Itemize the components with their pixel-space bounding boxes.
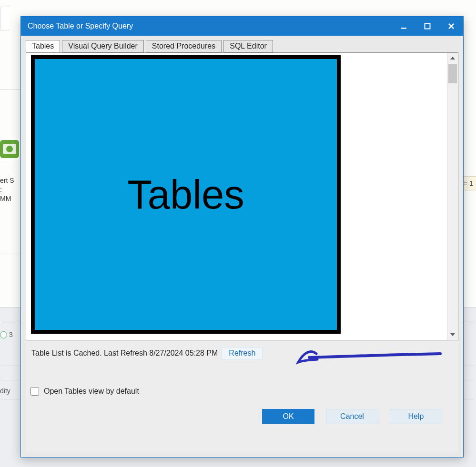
tab-panel: Tables Table List is Cached. Last Refres… bbox=[26, 52, 458, 452]
bg-status-count: 3 bbox=[0, 331, 13, 338]
scroll-up-button[interactable] bbox=[447, 53, 458, 63]
tab-tables[interactable]: Tables bbox=[26, 40, 60, 52]
scroll-down-button[interactable] bbox=[447, 329, 458, 340]
maximize-button[interactable] bbox=[415, 17, 439, 36]
cache-status-row: Table List is Cached. Last Refresh 8/27/… bbox=[26, 340, 458, 364]
bg-divider-2 bbox=[0, 255, 22, 255]
cache-status-text: Table List is Cached. Last Refresh 8/27/… bbox=[31, 349, 218, 358]
list-scrollbar[interactable] bbox=[447, 53, 458, 340]
bg-side-text-2: : bbox=[0, 185, 21, 194]
bg-status-count-label: 3 bbox=[9, 331, 13, 338]
svg-rect-3 bbox=[401, 28, 406, 29]
bg-top-left-box bbox=[0, 7, 10, 30]
minimize-icon bbox=[400, 23, 407, 30]
redact-label: Tables bbox=[127, 171, 244, 218]
close-button[interactable] bbox=[439, 17, 463, 36]
chevron-down-icon bbox=[450, 333, 455, 336]
svg-marker-7 bbox=[450, 57, 455, 60]
ok-button[interactable]: OK bbox=[262, 409, 314, 424]
close-icon bbox=[448, 23, 455, 30]
open-tables-default-label: Open Tables view by default bbox=[44, 387, 139, 396]
status-circle-icon bbox=[0, 331, 7, 338]
dialog-button-row: OK Cancel Help bbox=[26, 400, 458, 436]
table-list-container: Tables bbox=[26, 52, 458, 340]
bg-side-text-group: ert S : MM bbox=[0, 176, 21, 203]
tab-visual-query-builder[interactable]: Visual Query Builder bbox=[62, 40, 144, 52]
choose-table-dialog: Choose Table or Specify Query Tables Vis… bbox=[20, 16, 464, 457]
tabs-row: Tables Visual Query Builder Stored Proce… bbox=[21, 36, 463, 52]
bg-divider-1 bbox=[0, 89, 21, 90]
default-view-row: Open Tables view by default bbox=[26, 364, 458, 400]
refresh-button[interactable]: Refresh bbox=[222, 347, 263, 359]
bg-tool-icon bbox=[0, 137, 19, 161]
svg-marker-8 bbox=[450, 333, 455, 336]
chevron-up-icon bbox=[450, 57, 455, 60]
bg-side-text-3: MM bbox=[0, 194, 21, 203]
help-button[interactable]: Help bbox=[390, 409, 442, 424]
tab-sql-editor[interactable]: SQL Editor bbox=[223, 40, 273, 52]
maximize-icon bbox=[424, 23, 431, 30]
titlebar[interactable]: Choose Table or Specify Query bbox=[21, 17, 463, 36]
svg-rect-4 bbox=[425, 24, 430, 29]
open-tables-default-checkbox[interactable] bbox=[30, 387, 39, 396]
dialog-title: Choose Table or Specify Query bbox=[28, 22, 392, 30]
scroll-thumb[interactable] bbox=[448, 64, 457, 83]
cancel-button[interactable]: Cancel bbox=[326, 409, 378, 424]
redacted-tables-area: Tables bbox=[31, 55, 341, 334]
tab-stored-procedures[interactable]: Stored Procedures bbox=[146, 40, 222, 52]
bg-right-eq-box: = 1 bbox=[462, 176, 476, 190]
bg-dity-label: dity bbox=[0, 387, 10, 395]
bg-side-text-1: ert S bbox=[0, 176, 21, 185]
minimize-button[interactable] bbox=[392, 17, 415, 36]
svg-point-2 bbox=[6, 146, 13, 152]
